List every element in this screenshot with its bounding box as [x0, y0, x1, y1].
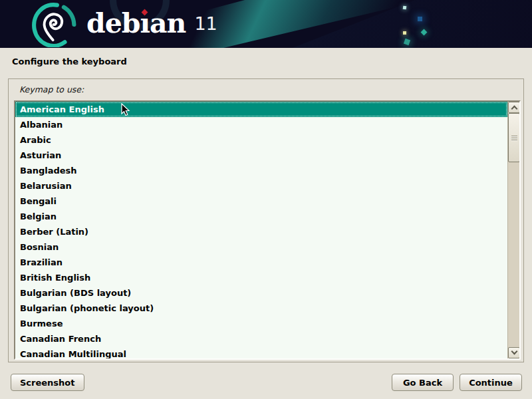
list-item[interactable]: Burmese — [15, 316, 507, 331]
page-title: Configure the keyboard — [12, 57, 127, 66]
scrollbar-thumb[interactable] — [508, 113, 520, 162]
list-item[interactable]: Bulgarian (phonetic layout) — [15, 301, 507, 316]
scroll-down-button[interactable] — [508, 347, 520, 358]
list-item[interactable]: Bulgarian (BDS layout) — [15, 285, 507, 301]
keymap-list: American EnglishAlbanianArabicAsturianBa… — [15, 102, 507, 358]
brand-version: 11 — [194, 13, 217, 34]
list-item[interactable]: Bengali — [15, 194, 507, 209]
scroll-up-button[interactable] — [508, 102, 520, 113]
list-item[interactable]: Arabic — [15, 132, 507, 148]
list-item[interactable]: Bangladesh — [15, 163, 507, 178]
brand-name: debıan — [86, 4, 186, 43]
list-item[interactable]: Brazilian — [15, 255, 507, 270]
keymap-listbox: American EnglishAlbanianArabicAsturianBa… — [14, 100, 521, 360]
list-item[interactable]: Belgian — [15, 209, 507, 224]
brand-lockup: debıan 11 — [86, 4, 217, 43]
list-item[interactable]: Belarusian — [15, 178, 507, 194]
mouse-cursor-icon — [121, 103, 130, 116]
vertical-scrollbar[interactable] — [507, 102, 519, 358]
installer-banner: debıan 11 — [0, 0, 532, 48]
banner-square-decoration — [418, 17, 422, 21]
go-back-button[interactable]: Go Back — [392, 374, 454, 391]
list-item[interactable]: Canadian Multilingual — [15, 346, 507, 358]
list-item[interactable]: Asturian — [15, 148, 507, 163]
list-item[interactable]: Canadian French — [15, 331, 507, 346]
continue-button[interactable]: Continue — [460, 374, 522, 391]
screenshot-button[interactable]: Screenshot — [11, 374, 84, 391]
list-item[interactable]: American English — [15, 102, 507, 117]
debian-swirl-logo-icon — [28, 2, 81, 47]
list-item[interactable]: British English — [15, 270, 507, 285]
keymap-label: Keymap to use: — [19, 84, 84, 94]
list-item[interactable]: Bosnian — [15, 239, 507, 255]
banner-square-decoration — [403, 31, 406, 35]
chevron-up-icon — [511, 106, 517, 112]
chevron-down-icon — [511, 348, 517, 355]
scrollbar-grip-icon — [511, 136, 517, 142]
banner-square-decoration — [403, 6, 407, 10]
keymap-panel: Keymap to use: American EnglishAlbanianA… — [8, 78, 524, 362]
list-item[interactable]: Albanian — [15, 117, 507, 132]
list-item[interactable]: Berber (Latin) — [15, 224, 507, 239]
